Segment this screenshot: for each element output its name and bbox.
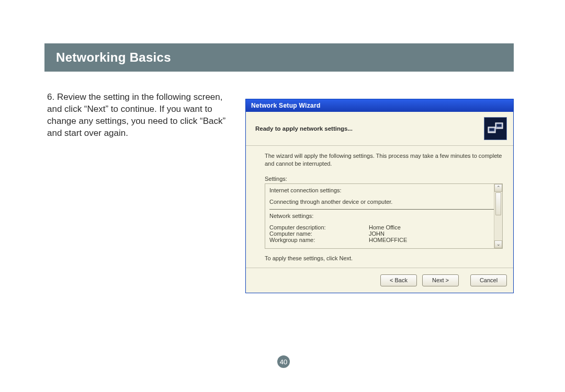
scroll-up-icon[interactable]: ⌃ <box>494 184 502 192</box>
next-button[interactable]: Next > <box>422 274 459 286</box>
scroll-down-icon[interactable]: ⌄ <box>494 240 502 248</box>
settings-value: JOHN <box>369 230 385 237</box>
section-title: Networking Basics <box>56 50 171 65</box>
instruction-step: 6. Review the setting in the following s… <box>47 91 233 140</box>
wizard-intro-text: The wizard will apply the following sett… <box>265 152 503 168</box>
settings-value: Home Office <box>369 224 401 230</box>
step-text: Review the setting in the following scre… <box>47 92 225 138</box>
settings-key: Computer name: <box>269 230 369 237</box>
apply-note: To apply these settings, click Next. <box>265 255 503 261</box>
settings-key: Workgroup name: <box>269 237 369 243</box>
settings-value: HOMEOFFICE <box>369 237 407 243</box>
settings-row: Workgroup name: HOMEOFFICE <box>269 237 494 243</box>
cancel-button[interactable]: Cancel <box>470 274 507 286</box>
section-banner: Networking Basics <box>44 43 514 72</box>
settings-listbox[interactable]: Internet connection settings: Connecting… <box>265 183 503 249</box>
wizard-network-icon <box>484 117 507 140</box>
wizard-body: The wizard will apply the following sett… <box>246 146 513 268</box>
settings-section-title: Network settings: <box>269 213 494 219</box>
scrollbar[interactable]: ⌃ ⌄ <box>494 184 502 248</box>
wizard-header: Ready to apply network settings... <box>246 112 513 146</box>
svg-rect-3 <box>496 124 502 127</box>
back-button[interactable]: < Back <box>380 274 417 286</box>
settings-row: Computer description: Home Office <box>269 224 494 230</box>
settings-key: Computer description: <box>269 224 369 230</box>
wizard-subtitle: Ready to apply network settings... <box>255 125 353 132</box>
page-number-badge: 40 <box>277 355 290 368</box>
svg-rect-1 <box>489 128 494 131</box>
settings-row: Computer name: JOHN <box>269 230 494 237</box>
network-setup-wizard-window: Network Setup Wizard Ready to apply netw… <box>245 99 514 293</box>
wizard-footer: < Back Next > Cancel <box>246 268 513 293</box>
settings-section-title: Internet connection settings: <box>269 187 494 193</box>
settings-label: Settings: <box>265 176 503 182</box>
divider <box>269 209 494 210</box>
wizard-titlebar: Network Setup Wizard <box>246 99 513 112</box>
step-number: 6. <box>47 92 54 102</box>
settings-section-line: Connecting through another device or com… <box>269 199 494 205</box>
scroll-thumb[interactable] <box>495 192 501 215</box>
